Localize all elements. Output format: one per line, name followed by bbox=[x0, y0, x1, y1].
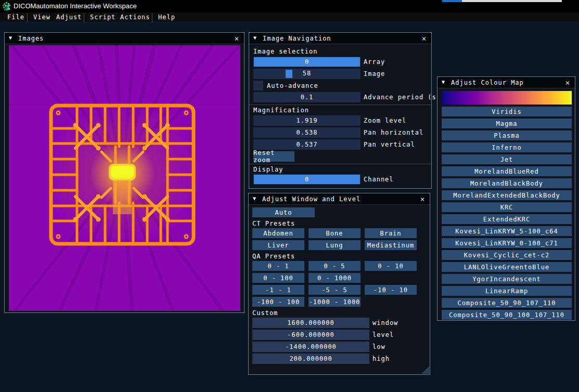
qa-0-10-button[interactable]: 0 - 10 bbox=[365, 261, 417, 271]
pan-vertical-label: Pan vertical bbox=[364, 141, 415, 148]
colourmap-composite-50-90-100-107-110-button[interactable]: Composite_50_90_100_107_110 bbox=[442, 310, 572, 320]
auto-button[interactable]: Auto bbox=[252, 207, 315, 217]
pan-vertical-input[interactable]: 0.537 bbox=[253, 139, 361, 150]
colourmap-morelandblackbody-button[interactable]: MorelandBlackBody bbox=[442, 178, 572, 188]
menu-script[interactable]: Script bbox=[90, 14, 115, 21]
image-value: 58 bbox=[253, 70, 361, 77]
colourmap-morelandextendedblackbody-button[interactable]: MorelandExtendedBlackBody bbox=[442, 190, 572, 200]
zoom-level-value: 1.919 bbox=[296, 117, 317, 124]
auto-advance-checkbox[interactable] bbox=[253, 81, 263, 90]
qa-0-5-button[interactable]: 0 - 5 bbox=[308, 261, 361, 271]
qa-0-1000-button[interactable]: 0 - 1000 bbox=[308, 273, 361, 283]
reset-zoom-button[interactable]: Reset zoom bbox=[253, 151, 294, 162]
window-level-panel: ▼ Adjust Window and Level × Auto CT Pres… bbox=[248, 193, 430, 375]
colourmap-titlebar[interactable]: ▼ Adjust Colour Map × bbox=[438, 77, 575, 88]
colourmap-krc-button[interactable]: KRC bbox=[442, 202, 572, 212]
colourmap-label: Composite_50_90_100_107_110 bbox=[449, 311, 564, 319]
colourmap-gradient-preview bbox=[442, 91, 572, 104]
reset-zoom-label: Reset zoom bbox=[253, 149, 294, 164]
close-icon[interactable]: × bbox=[420, 34, 428, 43]
preset-label: Liver bbox=[267, 242, 289, 249]
menu-file[interactable]: File bbox=[7, 14, 24, 21]
resize-grip[interactable] bbox=[421, 366, 429, 374]
image-navigation-panel: ▼ Image Navigation × Image selection 0 A… bbox=[249, 32, 432, 189]
collapse-icon[interactable]: ▼ bbox=[253, 195, 256, 201]
preset-liver-button[interactable]: Liver bbox=[252, 240, 304, 250]
menu-help[interactable]: Help bbox=[158, 14, 175, 21]
colourmap-label: Inferno bbox=[492, 144, 522, 151]
workspace-background: DICOMautomaton Interactive Workspace Fil… bbox=[0, 0, 579, 392]
colourmap-linearramp-button[interactable]: LinearRamp bbox=[442, 286, 572, 296]
images-panel: ▼ Images × bbox=[4, 32, 245, 313]
colourmap-jet-button[interactable]: Jet bbox=[442, 154, 572, 164]
collapse-icon[interactable]: ▼ bbox=[9, 35, 12, 41]
image-slider[interactable]: 58 bbox=[253, 69, 361, 79]
advance-period-value: 0.1 bbox=[301, 94, 314, 101]
images-panel-titlebar[interactable]: ▼ Images × bbox=[5, 33, 244, 44]
colourmap-label: ExtendedKRC bbox=[483, 216, 530, 223]
display-label: Display bbox=[253, 166, 284, 173]
preset-mediastinum-button[interactable]: Mediastinum bbox=[365, 240, 417, 250]
qa-0-1-button[interactable]: 0 - 1 bbox=[252, 261, 304, 271]
image-viewport[interactable] bbox=[9, 45, 240, 311]
channel-value: 0 bbox=[305, 176, 309, 183]
separator bbox=[249, 104, 432, 105]
close-icon[interactable]: × bbox=[418, 195, 427, 203]
colourmap-viridis-button[interactable]: Viridis bbox=[442, 107, 572, 116]
pan-horizontal-input[interactable]: 0.538 bbox=[253, 127, 361, 138]
colourmap-plasma-button[interactable]: Plasma bbox=[442, 130, 572, 140]
menu-view[interactable]: View bbox=[33, 14, 50, 21]
preset-bone-button[interactable]: Bone bbox=[308, 228, 361, 238]
colourmap-composite-50-90-107-110-button[interactable]: Composite_50_90_107_110 bbox=[442, 298, 572, 308]
close-icon[interactable]: × bbox=[233, 34, 241, 43]
colourmap-ygorincandescent-button[interactable]: YgorIncandescent bbox=[442, 274, 572, 284]
qa-neg1-1-button[interactable]: -1 - 1 bbox=[252, 285, 304, 295]
preset-abdomen-button[interactable]: Abdomen bbox=[252, 228, 304, 238]
custom-low-value: -1400.000000 bbox=[285, 343, 337, 350]
channel-slider[interactable]: 0 bbox=[253, 174, 361, 185]
colourmap-morelandbluered-button[interactable]: MorelandBlueRed bbox=[442, 166, 572, 176]
colourmap-label: Kovesi_LinKRYW_5-100_c64 bbox=[455, 228, 558, 235]
preset-label: -1000 - 1000 bbox=[309, 298, 361, 306]
custom-window-input[interactable]: 1600.000000 bbox=[252, 318, 369, 328]
preset-brain-button[interactable]: Brain bbox=[365, 228, 417, 238]
qa-0-100-button[interactable]: 0 - 100 bbox=[252, 273, 304, 283]
advance-period-input[interactable]: 0.1 bbox=[253, 92, 361, 102]
colourmap-lanlolivegreentoblue-button[interactable]: LANLOliveGreentoBlue bbox=[442, 262, 572, 272]
colourmap-magma-button[interactable]: Magma bbox=[442, 119, 572, 128]
qa-neg100-100-button[interactable]: -100 - 100 bbox=[252, 297, 304, 307]
menu-separator bbox=[27, 13, 28, 22]
image-label: Image bbox=[364, 70, 385, 77]
custom-level-input[interactable]: -600.000000 bbox=[252, 330, 369, 340]
menu-actions[interactable]: Actions bbox=[120, 14, 150, 21]
colourmap-label: Kovesi_LinKRYW_0-100_c71 bbox=[455, 240, 558, 247]
preset-lung-button[interactable]: Lung bbox=[308, 240, 361, 250]
image-navigation-title: Image Navigation bbox=[263, 35, 331, 42]
menu-adjust[interactable]: Adjust bbox=[56, 14, 82, 21]
pan-horizontal-value: 0.538 bbox=[296, 129, 317, 136]
array-slider[interactable]: 0 bbox=[253, 57, 361, 67]
qa-neg10-10-button[interactable]: -10 - 10 bbox=[365, 285, 417, 295]
colourmap-label: Magma bbox=[496, 120, 517, 127]
magnification-label: Magnification bbox=[253, 107, 309, 114]
colourmap-kovesi-linkryw-5-100-c64-button[interactable]: Kovesi_LinKRYW_5-100_c64 bbox=[442, 226, 572, 236]
colourmap-label: KRC bbox=[500, 204, 513, 211]
collapse-icon[interactable]: ▼ bbox=[442, 79, 445, 85]
colourmap-kovesi-cyclic-cet-c2-button[interactable]: Kovesi_Cyclic_cet-c2 bbox=[442, 250, 572, 260]
image-navigation-titlebar[interactable]: ▼ Image Navigation × bbox=[249, 33, 431, 44]
colourmap-label: YgorIncandescent bbox=[472, 276, 541, 283]
qa-neg1000-1000-button[interactable]: -1000 - 1000 bbox=[308, 297, 361, 307]
colourmap-kovesi-linkryw-0-100-c71-button[interactable]: Kovesi_LinKRYW_0-100_c71 bbox=[442, 238, 572, 248]
colourmap-extendedkrc-button[interactable]: ExtendedKRC bbox=[442, 214, 572, 224]
custom-high-input[interactable]: 200.000000 bbox=[252, 354, 369, 364]
top-progress-segment bbox=[442, 0, 462, 2]
colourmap-inferno-button[interactable]: Inferno bbox=[442, 142, 572, 152]
qa-neg5-5-button[interactable]: -5 - 5 bbox=[308, 285, 361, 295]
collapse-icon[interactable]: ▼ bbox=[253, 35, 256, 41]
close-icon[interactable]: × bbox=[563, 79, 572, 87]
custom-low-input[interactable]: -1400.000000 bbox=[252, 342, 369, 352]
array-value: 0 bbox=[305, 58, 309, 66]
colourmap-label: LANLOliveGreentoBlue bbox=[464, 264, 550, 271]
window-level-titlebar[interactable]: ▼ Adjust Window and Level × bbox=[249, 193, 430, 205]
zoom-level-input[interactable]: 1.919 bbox=[253, 115, 361, 126]
